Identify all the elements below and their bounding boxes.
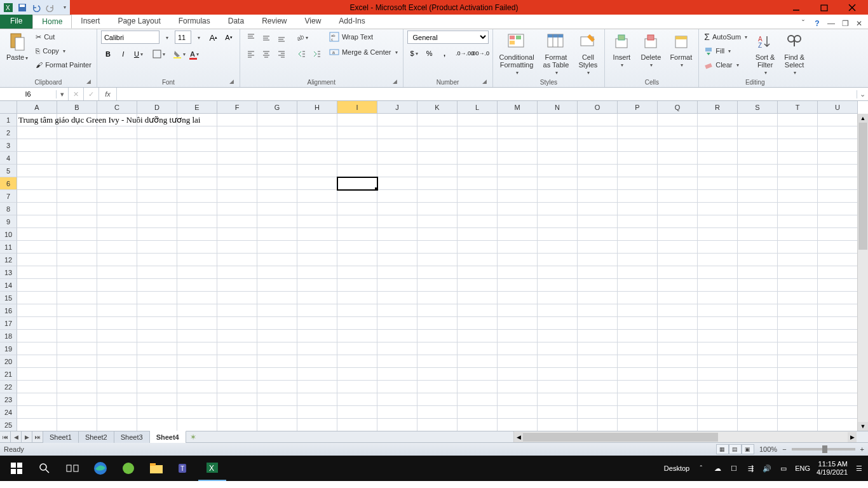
cell[interactable]	[177, 330, 217, 342]
cell[interactable]	[417, 266, 458, 279]
cell[interactable]	[17, 279, 57, 292]
cell[interactable]	[778, 241, 818, 254]
cell[interactable]	[778, 139, 818, 152]
cell[interactable]	[97, 381, 137, 393]
cell[interactable]	[698, 406, 738, 419]
cell[interactable]	[618, 368, 658, 381]
minimize-ribbon-icon[interactable]: ˇ	[798, 18, 808, 29]
cell[interactable]	[778, 266, 818, 279]
cell[interactable]	[698, 241, 738, 254]
cell[interactable]	[698, 292, 738, 304]
increase-indent-button[interactable]	[310, 47, 324, 61]
cell[interactable]	[738, 266, 778, 279]
cell[interactable]	[818, 215, 858, 228]
cell[interactable]	[297, 165, 337, 177]
cell[interactable]	[417, 304, 458, 317]
row-header[interactable]: 20	[0, 355, 17, 368]
cell[interactable]	[417, 114, 458, 126]
cell[interactable]	[57, 292, 97, 304]
cell[interactable]	[217, 406, 257, 419]
workbook-minimize-icon[interactable]: —	[826, 18, 836, 29]
cell[interactable]	[738, 330, 778, 342]
cell[interactable]	[177, 317, 217, 330]
tab-add-ins[interactable]: Add-Ins	[330, 15, 374, 29]
cell[interactable]	[337, 114, 377, 126]
shrink-font-button[interactable]: A▾	[222, 30, 236, 44]
cell[interactable]	[377, 177, 417, 190]
cell[interactable]	[57, 126, 97, 139]
underline-button[interactable]: U	[132, 47, 146, 61]
cell[interactable]	[17, 165, 57, 177]
cell[interactable]	[578, 254, 618, 266]
paste-button[interactable]: Paste	[4, 30, 31, 62]
zoom-slider[interactable]	[792, 448, 855, 451]
cell[interactable]	[217, 279, 257, 292]
cell[interactable]	[698, 419, 738, 431]
cell[interactable]	[297, 304, 337, 317]
cell[interactable]	[57, 241, 97, 254]
cell[interactable]	[377, 126, 417, 139]
fill-button[interactable]: Fill	[703, 44, 749, 57]
cell[interactable]	[538, 177, 578, 190]
cell[interactable]	[257, 419, 297, 431]
cell[interactable]	[698, 114, 738, 126]
cell[interactable]	[337, 254, 377, 266]
cell[interactable]	[778, 406, 818, 419]
cell[interactable]	[778, 152, 818, 165]
cell[interactable]	[57, 419, 97, 431]
cell[interactable]	[658, 152, 698, 165]
cell[interactable]	[498, 279, 538, 292]
cell[interactable]	[458, 152, 498, 165]
cell[interactable]	[177, 368, 217, 381]
cell[interactable]	[297, 330, 337, 342]
cell[interactable]	[498, 152, 538, 165]
cut-button[interactable]: ✂Cut	[34, 30, 93, 43]
cell[interactable]	[658, 114, 698, 126]
cell[interactable]	[458, 419, 498, 431]
cell[interactable]	[738, 292, 778, 304]
cell[interactable]	[17, 152, 57, 165]
cell[interactable]	[97, 228, 137, 241]
cell[interactable]	[257, 114, 297, 126]
workbook-close-icon[interactable]: ✕	[854, 18, 864, 29]
align-right-button[interactable]	[275, 47, 288, 61]
cell[interactable]	[217, 419, 257, 431]
row-header[interactable]: 2	[0, 126, 17, 139]
cell[interactable]	[257, 304, 297, 317]
cell[interactable]	[818, 228, 858, 241]
cell[interactable]	[778, 165, 818, 177]
close-button[interactable]	[844, 1, 860, 14]
meet-now-icon[interactable]: ☐	[729, 463, 739, 473]
cell[interactable]	[498, 241, 538, 254]
cell[interactable]	[778, 304, 818, 317]
row-header[interactable]: 10	[0, 228, 17, 241]
cell[interactable]	[17, 254, 57, 266]
cell[interactable]	[458, 381, 498, 393]
number-format-select[interactable]: General	[407, 30, 489, 44]
cell[interactable]	[177, 228, 217, 241]
column-header[interactable]: J	[377, 101, 417, 114]
column-header[interactable]: K	[417, 101, 458, 114]
cell[interactable]	[257, 368, 297, 381]
cell[interactable]	[337, 342, 377, 355]
column-header[interactable]: M	[498, 101, 538, 114]
cell[interactable]	[538, 126, 578, 139]
cell[interactable]	[738, 152, 778, 165]
cell[interactable]	[257, 241, 297, 254]
cell[interactable]	[498, 368, 538, 381]
sheet-tab[interactable]: Sheet2	[79, 431, 114, 443]
cell[interactable]	[177, 241, 217, 254]
cell[interactable]	[177, 126, 217, 139]
cell[interactable]	[818, 419, 858, 431]
font-color-button[interactable]: A	[187, 47, 201, 61]
cell[interactable]	[578, 114, 618, 126]
cell[interactable]	[137, 406, 177, 419]
cell[interactable]	[417, 381, 458, 393]
cell[interactable]	[97, 190, 137, 203]
cell[interactable]	[698, 266, 738, 279]
scroll-left-arrow[interactable]: ◀	[514, 432, 523, 442]
cell[interactable]	[297, 292, 337, 304]
cell[interactable]	[97, 203, 137, 215]
enter-formula-icon[interactable]: ✓	[84, 88, 99, 100]
row-header[interactable]: 18	[0, 330, 17, 342]
